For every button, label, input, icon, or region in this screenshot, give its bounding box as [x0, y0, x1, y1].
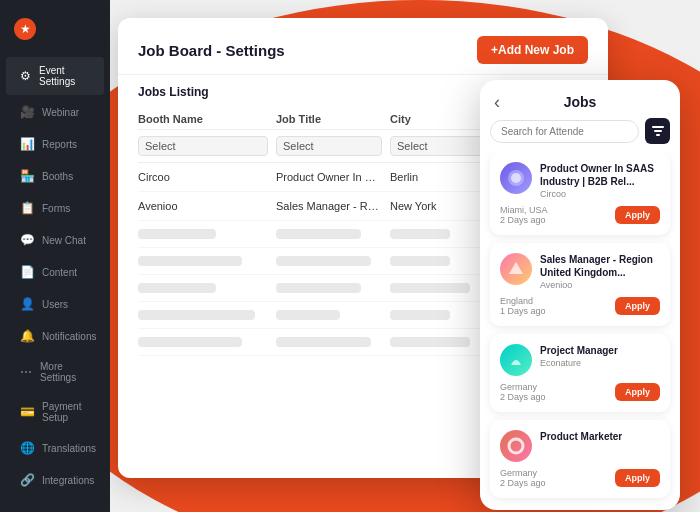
job-info: Product Marketer [540, 430, 660, 444]
header-booth-name: Booth Name [138, 113, 268, 125]
sidebar-label: Event Settings [39, 65, 90, 87]
job-title: Product Marketer [540, 430, 660, 443]
sidebar-item-payment-setup[interactable]: 💳 Payment Setup [6, 393, 104, 431]
apply-button[interactable]: Apply [615, 383, 660, 401]
skeleton-bar [138, 256, 242, 266]
skeleton-bar [138, 310, 255, 320]
notifications-icon: 🔔 [20, 329, 34, 343]
job-time: 2 Days ago [500, 215, 548, 225]
apply-button[interactable]: Apply [615, 206, 660, 224]
job-card: Sales Manager - Region United Kingdom...… [490, 243, 670, 326]
sidebar-item-notifications[interactable]: 🔔 Notifications [6, 321, 104, 351]
skeleton-bar [276, 283, 361, 293]
job-card: Product Marketer Germany 2 Days ago Appl… [490, 420, 670, 498]
booth-filter[interactable]: Select [138, 136, 268, 156]
job-location-time: Germany 2 Days ago [500, 382, 546, 402]
new-chat-icon: 💬 [20, 233, 34, 247]
cell-title: Sales Manager - Region United Kingdom... [276, 200, 382, 212]
title-filter[interactable]: Select [276, 136, 382, 156]
job-info: Project Manager Econature [540, 344, 660, 368]
jobs-back-button[interactable]: ‹ [494, 92, 500, 113]
econature-logo-svg [506, 350, 526, 370]
sidebar-label: Integrations [42, 475, 94, 486]
jobs-panel-title: Jobs [564, 94, 597, 110]
job-location-time: Miami, USA 2 Days ago [500, 205, 548, 225]
sidebar-label: Webinar [42, 107, 79, 118]
job-company: Circoo [540, 189, 660, 199]
sidebar-item-event-settings[interactable]: ⚙ Event Settings [6, 57, 104, 95]
skeleton-bar [390, 283, 470, 293]
sidebar-label: Forms [42, 203, 70, 214]
job-info: Sales Manager - Region United Kingdom...… [540, 253, 660, 290]
job-meta: Germany 2 Days ago Apply [500, 382, 660, 402]
sidebar: ★ ⚙ Event Settings 🎥 Webinar 📊 Reports 🏪… [0, 0, 110, 512]
skeleton-bar [390, 337, 470, 347]
booths-icon: 🏪 [20, 169, 34, 183]
sidebar-item-webinar[interactable]: 🎥 Webinar [6, 97, 104, 127]
add-job-button[interactable]: +Add New Job [477, 36, 588, 64]
skeleton-bar [390, 229, 450, 239]
main-header: Job Board - Settings +Add New Job [118, 18, 608, 75]
job-location: Miami, USA [500, 205, 548, 215]
forms-icon: 📋 [20, 201, 34, 215]
reports-icon: 📊 [20, 137, 34, 151]
job-meta: England 1 Days ago Apply [500, 296, 660, 316]
job-card-top: Product Marketer [500, 430, 660, 462]
job-meta: Germany 2 Days ago Apply [500, 468, 660, 488]
cell-city: New York [390, 200, 490, 212]
sidebar-item-new-chat[interactable]: 💬 New Chat [6, 225, 104, 255]
logo-icon: ★ [14, 18, 36, 40]
sidebar-label: Translations [42, 443, 96, 454]
skeleton-bar [276, 337, 371, 347]
sidebar-item-translations[interactable]: 🌐 Translations [6, 433, 104, 463]
job-time: 1 Days ago [500, 306, 546, 316]
skeleton-bar [138, 283, 216, 293]
sidebar-item-reports[interactable]: 📊 Reports [6, 129, 104, 159]
job-company: Avenioo [540, 280, 660, 290]
city-filter[interactable]: Select [390, 136, 490, 156]
sidebar-label: More Settings [40, 361, 90, 383]
sidebar-item-booths[interactable]: 🏪 Booths [6, 161, 104, 191]
svg-rect-2 [656, 134, 660, 136]
job-location: Germany [500, 382, 546, 392]
sidebar-item-forms[interactable]: 📋 Forms [6, 193, 104, 223]
job-logo-marketer [500, 430, 532, 462]
sidebar-label: Notifications [42, 331, 96, 342]
cell-booth: Circoo [138, 171, 268, 183]
svg-point-6 [509, 439, 523, 453]
sidebar-item-content[interactable]: 📄 Content [6, 257, 104, 287]
sidebar-item-more-settings[interactable]: ⋯ More Settings [6, 353, 104, 391]
sidebar-item-integrations[interactable]: 🔗 Integrations [6, 465, 104, 495]
job-location: Germany [500, 468, 546, 478]
users-icon: 👤 [20, 297, 34, 311]
job-card: Project Manager Econature Germany 2 Days… [490, 334, 670, 412]
skeleton-bar [276, 229, 361, 239]
payment-setup-icon: 💳 [20, 405, 34, 419]
sidebar-label: Payment Setup [42, 401, 90, 423]
job-logo-econature [500, 344, 532, 376]
sidebar-logo: ★ [0, 10, 110, 56]
job-logo-avenioo [500, 253, 532, 285]
jobs-search-bar [490, 118, 670, 144]
skeleton-bar [138, 337, 242, 347]
job-meta: Miami, USA 2 Days ago Apply [500, 205, 660, 225]
job-logo-circoo [500, 162, 532, 194]
header-city: City [390, 113, 490, 125]
skeleton-bar [390, 256, 450, 266]
apply-button[interactable]: Apply [615, 469, 660, 487]
jobs-panel-header: ‹ Jobs [480, 80, 680, 118]
apply-button[interactable]: Apply [615, 297, 660, 315]
more-settings-icon: ⋯ [20, 365, 32, 379]
job-location-time: Germany 2 Days ago [500, 468, 546, 488]
jobs-search-input[interactable] [490, 120, 639, 143]
marketer-logo-svg [506, 436, 526, 456]
sidebar-label: New Chat [42, 235, 86, 246]
translations-icon: 🌐 [20, 441, 34, 455]
job-info: Product Owner In SAAS Industry | B2B Rel… [540, 162, 660, 199]
jobs-filter-button[interactable] [645, 118, 670, 144]
job-location: England [500, 296, 546, 306]
sidebar-item-users[interactable]: 👤 Users [6, 289, 104, 319]
sidebar-label: Reports [42, 139, 77, 150]
cell-title: Product Owner In SAAS Industry | B2B Rel… [276, 171, 382, 183]
integrations-icon: 🔗 [20, 473, 34, 487]
